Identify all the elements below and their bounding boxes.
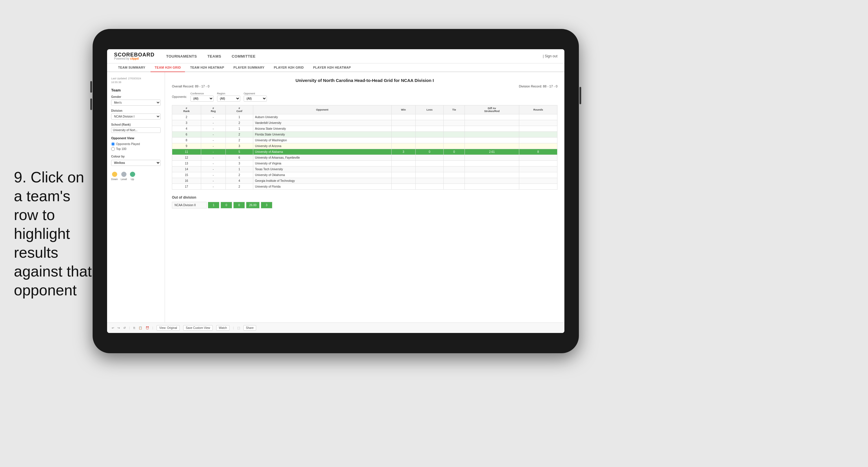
radio-top100[interactable]: Top 100	[111, 147, 161, 151]
undo-icon[interactable]: ↩	[112, 326, 114, 329]
table-row[interactable]: 14-1Texas Tech University	[172, 167, 557, 172]
opponent-name-cell: University of Washington	[253, 138, 391, 143]
data-cell	[415, 161, 444, 167]
radio-opponents-played[interactable]: Opponents Played	[111, 142, 161, 146]
data-cell: 0	[443, 149, 465, 155]
step-number: 9.	[14, 169, 26, 185]
data-cell: -	[201, 143, 225, 149]
data-cell: 2	[172, 114, 201, 120]
region-select[interactable]: (All)	[217, 95, 240, 101]
watch-button[interactable]: Watch	[216, 325, 229, 331]
sub-tab-player-h2h-grid[interactable]: PLAYER H2H GRID	[270, 63, 308, 72]
team-section-title: Team	[111, 88, 161, 92]
sign-out-link[interactable]: Sign out	[545, 54, 557, 58]
table-row[interactable]: 8-2University of Washington	[172, 138, 557, 143]
power-button	[580, 87, 581, 104]
main-nav: TOURNAMENTS TEAMS COMMITTEE	[166, 53, 255, 60]
legend-label-down: Down	[111, 178, 118, 181]
opponent-name-cell: University of Oklahoma	[253, 172, 391, 178]
col-opponent: Opponent	[253, 106, 391, 114]
data-cell	[465, 114, 519, 120]
table-row[interactable]: 6-2Florida State University	[172, 132, 557, 138]
gender-select[interactable]: Men's	[111, 99, 161, 106]
division-select[interactable]: NCAA Division I	[111, 114, 161, 120]
copy-icon[interactable]: ⎘	[133, 326, 135, 329]
sub-tab-team-summary[interactable]: TEAM SUMMARY	[114, 63, 149, 72]
data-cell: -	[201, 149, 225, 155]
instruction-text: 9. Click on a team's row to highlight re…	[14, 168, 95, 299]
table-row[interactable]: 9-3University of Arizona	[172, 143, 557, 149]
data-cell: 15	[172, 172, 201, 178]
table-row[interactable]: 17-2University of Florida	[172, 184, 557, 189]
redo-icon[interactable]: ↪	[118, 326, 120, 329]
legend-dot-up	[130, 172, 135, 177]
division-record: Division Record: 88 - 17 - 0	[519, 85, 557, 88]
legend-label-up: Up	[131, 178, 134, 181]
data-cell	[519, 178, 557, 184]
clock-icon[interactable]: ⏰	[146, 326, 149, 329]
data-cell	[519, 138, 557, 143]
instruction-body: Click on a team's row to highlight resul…	[14, 169, 92, 298]
school-input[interactable]	[111, 127, 161, 133]
data-cell: -	[201, 120, 225, 126]
gender-label: Gender	[111, 95, 161, 98]
data-cell: -	[201, 132, 225, 138]
data-cell	[443, 114, 465, 120]
legend-dot-down	[112, 172, 117, 177]
data-cell	[391, 184, 415, 189]
paste-icon[interactable]: 📋	[138, 326, 142, 329]
conference-select[interactable]: (All)	[190, 95, 214, 101]
grid-records: Overall Record: 89 - 17 - 0 Division Rec…	[172, 85, 557, 88]
filters-row: Opponents: Conference (All) Region (All)	[172, 92, 557, 101]
col-diff: Diff AvStrokes/Rnd	[465, 106, 519, 114]
table-row[interactable]: 2-1Auburn University	[172, 114, 557, 120]
colour-section: Colour by Win/loss	[111, 155, 161, 169]
colour-by-select[interactable]: Win/loss	[111, 160, 161, 166]
out-div-tie: 0	[233, 202, 245, 208]
logo-scoreboard: SCOREBOARD	[114, 52, 155, 57]
data-cell: 8	[172, 138, 201, 143]
opponent-name-cell: University of Arkansas, Fayetteville	[253, 155, 391, 161]
share-button[interactable]: Share	[243, 325, 256, 331]
data-cell	[415, 184, 444, 189]
back-icon[interactable]: ↺	[123, 326, 126, 329]
opponent-name-cell: University of Arizona	[253, 143, 391, 149]
table-row[interactable]: 3-2Vanderbilt University	[172, 120, 557, 126]
data-cell	[519, 114, 557, 120]
table-row[interactable]: 13-3University of Virginia	[172, 161, 557, 167]
data-cell: 4	[225, 178, 253, 184]
nav-tournaments[interactable]: TOURNAMENTS	[166, 53, 197, 60]
col-rank: #Rank	[172, 106, 201, 114]
data-cell	[443, 143, 465, 149]
out-div-win: 1	[208, 202, 219, 208]
opponent-name-cell: Arizona State University	[253, 126, 391, 132]
legend-dot-level	[121, 172, 126, 177]
volume-up-button	[90, 81, 92, 93]
data-cell: 9	[172, 143, 201, 149]
data-cell	[443, 120, 465, 126]
sub-tab-team-h2h-heatmap[interactable]: TEAM H2H HEATMAP	[186, 63, 228, 72]
conference-filter: Conference (All)	[190, 92, 214, 101]
nav-teams[interactable]: TEAMS	[207, 53, 221, 60]
sub-tab-player-summary[interactable]: PLAYER SUMMARY	[229, 63, 269, 72]
sub-tab-player-h2h-heatmap[interactable]: PLAYER H2H HEATMAP	[309, 63, 355, 72]
table-row[interactable]: 11-5University of Alabama3002.618	[172, 149, 557, 155]
table-row[interactable]: 15-2University of Oklahoma	[172, 172, 557, 178]
opponent-select[interactable]: (All)	[244, 95, 267, 101]
data-cell: 1	[225, 167, 253, 172]
data-cell: 3	[225, 143, 253, 149]
data-cell: 12	[172, 155, 201, 161]
nav-committee[interactable]: COMMITTEE	[231, 53, 255, 60]
table-row[interactable]: 12-6University of Arkansas, Fayetteville	[172, 155, 557, 161]
table-row[interactable]: 16-4Georgia Institute of Technology	[172, 178, 557, 184]
view-original-button[interactable]: View: Original	[157, 325, 180, 331]
save-custom-view-button[interactable]: Save Custom View	[183, 325, 213, 331]
share-icon[interactable]: ⬚	[237, 326, 240, 329]
data-cell	[465, 178, 519, 184]
data-cell	[519, 132, 557, 138]
data-cell: 6	[225, 155, 253, 161]
data-cell: 3	[172, 120, 201, 126]
table-row[interactable]: 4-1Arizona State University	[172, 126, 557, 132]
data-cell: 3	[225, 161, 253, 167]
sub-tab-team-h2h-grid[interactable]: TEAM H2H GRID	[151, 63, 185, 72]
